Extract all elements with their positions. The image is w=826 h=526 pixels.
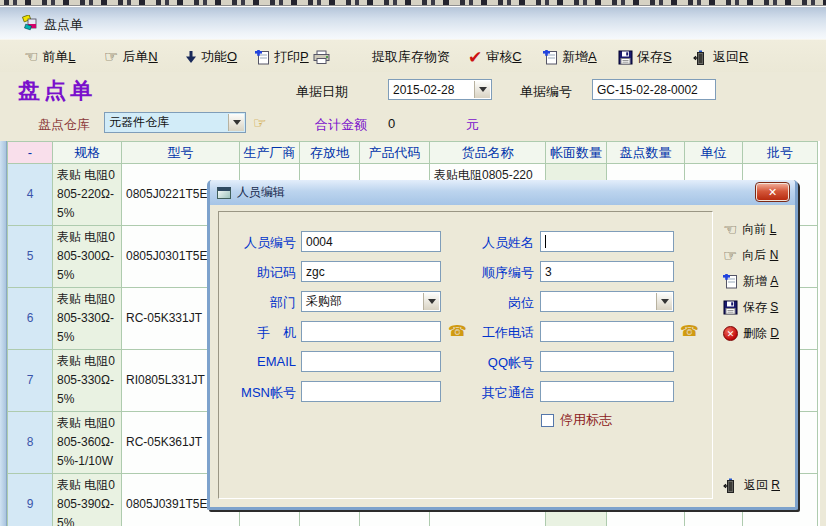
dialog-button-L[interactable]: ☜向前 L: [723, 221, 776, 238]
input-人员编号[interactable]: 0004: [301, 231, 441, 252]
input-QQ帐号[interactable]: [540, 351, 674, 372]
warehouse-picker-hand-icon[interactable]: ☞: [253, 114, 266, 132]
delete-x-icon: ✕: [723, 326, 738, 341]
col-header-qty_book: 帐面数量: [546, 142, 607, 164]
phone-icon: ☎: [680, 323, 699, 338]
cell-spec[interactable]: 表贴 电阻0805-330Ω-5%: [53, 288, 122, 350]
dropdown-button[interactable]: [656, 293, 672, 310]
button-label: 向前 L: [742, 221, 776, 238]
field-value: zgc: [306, 265, 325, 279]
printer-icon: [313, 50, 330, 64]
field-label-工作电话: 工作电话: [429, 324, 534, 342]
button-label: 后单N: [122, 48, 157, 66]
date-label: 单据日期: [296, 83, 348, 101]
disable-flag-row: 停用标志: [541, 411, 612, 429]
input-人员姓名[interactable]: [540, 231, 674, 252]
toolbar-button-A[interactable]: 新增A: [543, 46, 597, 68]
cell-spec[interactable]: 表贴 电阻0805-300Ω-5%: [53, 226, 122, 288]
date-dropdown-button[interactable]: [474, 81, 490, 98]
button-label: 返回 R: [744, 477, 780, 494]
date-combobox[interactable]: 2015-02-28: [388, 79, 492, 100]
field-label-助记码: 助记码: [219, 264, 296, 282]
button-label: 删除 D: [743, 325, 779, 342]
chevron-down-icon: [479, 87, 487, 92]
cell-spec[interactable]: 表贴 电阻0805-330Ω-5%: [53, 350, 122, 412]
doc-number-input[interactable]: GC-15-02-28-0002: [592, 79, 716, 100]
dialog-button-S[interactable]: 保存 S: [723, 299, 778, 316]
toolbar: ☜前单L☞后单N功能O打印P提取库存物资✔审核C新增A保存S返回R: [0, 39, 826, 72]
warehouse-combobox[interactable]: 元器件仓库: [104, 112, 246, 133]
total-amount-unit: 元: [466, 116, 479, 134]
dialog-button-D[interactable]: ✕删除 D: [723, 325, 779, 342]
total-amount-value: 0: [388, 116, 395, 131]
button-label: 提取库存物资: [372, 48, 450, 66]
col-header-loc: 存放地: [300, 142, 360, 164]
cell-num: 5: [8, 226, 53, 288]
cell-spec[interactable]: 表贴 电阻0805-360Ω-5%-1/10W: [53, 412, 122, 474]
page-plus-icon: [723, 274, 738, 289]
input-顺序编号[interactable]: 3: [540, 261, 674, 282]
save-icon: [618, 50, 633, 65]
input-EMAIL[interactable]: [301, 351, 441, 372]
button-label: 向后 N: [742, 247, 778, 264]
button-label: 保存 S: [743, 299, 778, 316]
dialog-title: 人员编辑: [237, 184, 285, 201]
col-header-code: 产品代码: [360, 142, 430, 164]
col-header-unit: 单位: [685, 142, 743, 164]
check-icon: ✔: [468, 49, 482, 66]
field-label-QQ帐号: QQ帐号: [429, 354, 534, 372]
page-plus-icon: [255, 50, 270, 65]
hand-left-icon: ☜: [723, 222, 737, 238]
input-工作电话[interactable]: [540, 321, 674, 342]
field-label-手 机: 手 机: [219, 324, 296, 342]
field-label-EMAIL: EMAIL: [219, 354, 296, 369]
button-label: 返回R: [713, 48, 748, 66]
text-caret: [545, 235, 546, 248]
toolbar-button-N[interactable]: ☞后单N: [104, 46, 158, 68]
input-其它通信[interactable]: [540, 381, 674, 402]
page-title: 盘点单: [18, 76, 96, 106]
cell-num: 7: [8, 350, 53, 412]
button-label: 打印P: [274, 48, 309, 66]
dialog-button-A[interactable]: 新增 A: [723, 273, 778, 290]
toolbar-button-S[interactable]: 保存S: [618, 46, 672, 68]
toolbar-button-C[interactable]: ✔审核C: [468, 46, 522, 68]
disable-flag-checkbox[interactable]: [541, 414, 554, 427]
dialog-window-icon: [217, 187, 231, 199]
cell-num: 8: [8, 412, 53, 474]
menu-bar-clipped: [0, 0, 826, 8]
toolbar-button-pick-stock[interactable]: 提取库存物资: [372, 46, 450, 68]
cell-num: 6: [8, 288, 53, 350]
dialog-titlebar[interactable]: 人员编辑 ✕: [210, 180, 795, 205]
chevron-down-icon: [233, 120, 241, 125]
hand-right-icon: ☞: [723, 248, 737, 264]
input-MSN帐号[interactable]: [301, 381, 441, 402]
toolbar-button-P[interactable]: 打印P: [255, 46, 330, 68]
toolbar-button-R[interactable]: 返回R: [693, 46, 748, 68]
dialog-button-N[interactable]: ☞向后 N: [723, 247, 778, 264]
button-label: 功能O: [201, 48, 237, 66]
combo-岗位[interactable]: [540, 291, 674, 312]
close-icon[interactable]: ✕: [756, 183, 789, 201]
cell-num: 9: [8, 474, 53, 526]
warehouse-value: 元器件仓库: [109, 114, 169, 131]
combo-部门[interactable]: 采购部: [301, 291, 441, 312]
input-助记码[interactable]: zgc: [301, 261, 441, 282]
warehouse-dropdown-button[interactable]: [228, 114, 244, 131]
col-header-num: -: [8, 142, 53, 164]
input-手 机[interactable]: [301, 321, 441, 342]
cell-spec[interactable]: 表贴 电阻0805-390Ω-5%: [53, 474, 122, 526]
cell-spec[interactable]: 表贴 电阻0805-220Ω-5%: [53, 164, 122, 226]
toolbar-button-L[interactable]: ☜前单L: [24, 46, 76, 68]
field-label-人员编号: 人员编号: [219, 234, 296, 252]
button-label: 保存S: [637, 48, 672, 66]
col-header-spec: 规格: [53, 142, 122, 164]
exit-door-icon: [693, 50, 709, 65]
document-header: 盘点单 单据日期 2015-02-28 单据编号 GC-15-02-28-000…: [0, 72, 826, 141]
field-label-部门: 部门: [219, 294, 296, 312]
warehouse-label: 盘点仓库: [38, 116, 90, 134]
dialog-button-R[interactable]: 返回 R: [723, 477, 780, 494]
phone-dial-button[interactable]: ☎: [680, 322, 698, 340]
tab-title[interactable]: 盘点单: [44, 16, 83, 34]
toolbar-button-O[interactable]: 功能O: [185, 46, 237, 68]
